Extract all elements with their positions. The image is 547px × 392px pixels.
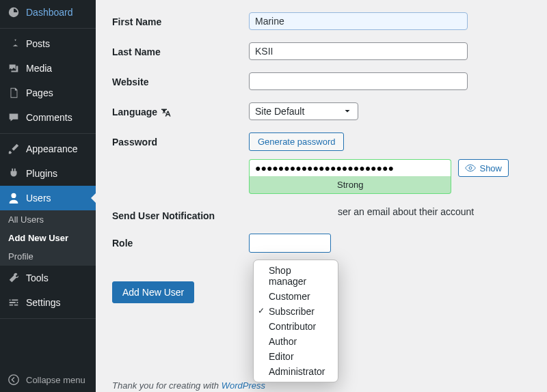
show-label: Show bbox=[479, 163, 502, 173]
password-input[interactable] bbox=[249, 159, 451, 176]
language-value: Site Default bbox=[255, 106, 304, 117]
brush-icon bbox=[7, 142, 21, 156]
footer-prefix: Thank you for creating with bbox=[112, 380, 222, 391]
role-option-administrator[interactable]: Administrator bbox=[254, 364, 338, 379]
translate-icon bbox=[160, 107, 172, 117]
settings-icon bbox=[7, 296, 21, 309]
first-name-input[interactable] bbox=[249, 12, 468, 30]
collapse-icon bbox=[7, 373, 21, 387]
show-password-button[interactable]: Show bbox=[458, 159, 509, 177]
website-input[interactable] bbox=[249, 72, 468, 90]
sidebar-item-appearance[interactable]: Appearance bbox=[0, 137, 96, 161]
first-name-label: First Name bbox=[112, 12, 249, 27]
comment-icon bbox=[7, 111, 21, 124]
svg-point-1 bbox=[469, 167, 472, 169]
plug-icon bbox=[7, 167, 21, 180]
sidebar-item-settings[interactable]: Settings bbox=[0, 290, 96, 315]
sidebar-item-users[interactable]: Users bbox=[0, 186, 96, 210]
eye-icon bbox=[465, 163, 476, 173]
sidebar-item-comments[interactable]: Comments bbox=[0, 105, 96, 130]
svg-point-0 bbox=[9, 375, 18, 384]
last-name-input[interactable] bbox=[249, 42, 468, 60]
users-submenu: All Users Add New User Profile bbox=[0, 210, 96, 266]
sidebar-item-label: Plugins bbox=[26, 168, 57, 179]
notification-text: ser an email about their account bbox=[338, 206, 474, 217]
media-icon bbox=[7, 61, 21, 75]
role-option-author[interactable]: Author bbox=[254, 334, 338, 349]
sidebar-item-label: Appearance bbox=[26, 143, 78, 154]
role-dropdown-menu: Shop manager Customer Subscriber Contrib… bbox=[253, 260, 338, 382]
role-label: Role bbox=[112, 234, 249, 249]
password-strength-meter: Strong bbox=[249, 176, 451, 194]
sidebar-item-label: Media bbox=[26, 63, 52, 74]
role-option-contributor[interactable]: Contributor bbox=[254, 319, 338, 334]
admin-sidebar: Dashboard Posts Media Pages Comments App… bbox=[0, 0, 96, 392]
language-select[interactable]: Site Default bbox=[249, 102, 358, 120]
submenu-all-users[interactable]: All Users bbox=[0, 210, 96, 229]
language-label-text: Language bbox=[112, 107, 157, 117]
pushpin-icon bbox=[7, 37, 21, 51]
role-select[interactable] bbox=[249, 234, 331, 253]
footer-credit: Thank you for creating with WordPress bbox=[112, 380, 265, 391]
sidebar-item-tools[interactable]: Tools bbox=[0, 266, 96, 290]
page-icon bbox=[7, 86, 21, 100]
role-option-subscriber[interactable]: Subscriber bbox=[254, 304, 338, 319]
wrench-icon bbox=[7, 271, 21, 285]
role-option-shop-manager[interactable]: Shop manager bbox=[254, 263, 338, 289]
website-label: Website bbox=[112, 72, 249, 87]
add-new-user-button[interactable]: Add New User bbox=[112, 281, 194, 303]
sidebar-item-pages[interactable]: Pages bbox=[0, 81, 96, 105]
sidebar-item-label: Dashboard bbox=[26, 7, 73, 18]
menu-separator bbox=[0, 318, 96, 322]
sidebar-item-dashboard[interactable]: Dashboard bbox=[0, 0, 96, 25]
collapse-label: Collapse menu bbox=[26, 375, 85, 385]
dashboard-icon bbox=[7, 5, 21, 19]
sidebar-item-label: Users bbox=[26, 193, 51, 204]
sidebar-item-label: Comments bbox=[26, 112, 72, 123]
sidebar-item-posts[interactable]: Posts bbox=[0, 31, 96, 56]
submenu-profile[interactable]: Profile bbox=[0, 247, 96, 266]
sidebar-item-label: Pages bbox=[26, 87, 53, 98]
sidebar-item-plugins[interactable]: Plugins bbox=[0, 161, 96, 186]
generate-password-button[interactable]: Generate password bbox=[249, 132, 344, 151]
language-label: Language bbox=[112, 102, 249, 118]
last-name-label: Last Name bbox=[112, 42, 249, 57]
password-label: Password bbox=[112, 132, 249, 148]
sidebar-item-media[interactable]: Media bbox=[0, 56, 96, 81]
role-option-customer[interactable]: Customer bbox=[254, 289, 338, 304]
sidebar-item-label: Tools bbox=[26, 272, 49, 283]
user-icon bbox=[7, 191, 21, 205]
chevron-down-icon bbox=[343, 107, 352, 116]
submenu-add-new-user[interactable]: Add New User bbox=[0, 229, 96, 247]
notification-label: Send User Notification bbox=[112, 206, 249, 221]
role-option-editor[interactable]: Editor bbox=[254, 349, 338, 364]
collapse-menu-button[interactable]: Collapse menu bbox=[0, 367, 96, 392]
sidebar-item-label: Posts bbox=[26, 38, 50, 49]
sidebar-item-label: Settings bbox=[26, 297, 61, 308]
